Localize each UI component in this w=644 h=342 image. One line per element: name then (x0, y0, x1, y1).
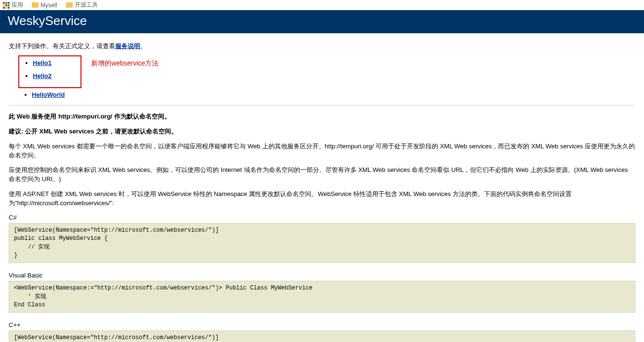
namespace-recommend-text: 建议: 公开 XML Web services 之前，请更改默认命名空间。 (9, 127, 635, 136)
code-csharp: [WebService(Namespace="http://microsoft.… (9, 223, 635, 263)
method-link-hello1[interactable]: Hello1 (33, 59, 52, 66)
bookmark-label: Myself (40, 2, 57, 9)
content-area: 支持下列操作。有关正式定义，请查看服务说明。 Hello1 Hello2 新增的… (0, 33, 644, 342)
bookmark-bar: 应用 Myself 开源工具 (0, 0, 644, 10)
method-item: HelloWorld (32, 91, 635, 98)
service-description-link[interactable]: 服务说明 (115, 42, 140, 50)
annotation-note: 新增的webservice方法 (91, 55, 159, 68)
page-title-bar: WeskyService (0, 10, 644, 33)
bookmark-label: 开源工具 (75, 1, 98, 9)
method-item: Hello2 (33, 72, 52, 79)
apps-shortcut[interactable]: 应用 (3, 1, 23, 9)
code-label-vb: Visual Basic (9, 272, 635, 279)
methods-area: Hello1 Hello2 新增的webservice方法 (9, 55, 635, 88)
code-vb: <WebService(Namespace:="http://microsoft… (9, 281, 635, 313)
method-item: Hello1 (33, 59, 52, 66)
page-title: WeskyService (8, 13, 636, 28)
method-link-helloworld[interactable]: HelloWorld (32, 91, 65, 98)
code-cpp: [WebService(Namespace="http://microsoft.… (9, 330, 635, 342)
code-label-csharp: C# (9, 214, 635, 221)
apps-label: 应用 (12, 1, 23, 9)
namespace-default-text: 此 Web 服务使用 http://tempuri.org/ 作为默认命名空间。 (9, 112, 635, 121)
namespace-explain-2: 应使用您控制的命名空间来标识 XML Web services。例如，可以使用公… (9, 166, 635, 184)
intro-pre: 支持下列操作。有关正式定义，请查看 (9, 42, 115, 50)
apps-icon (3, 2, 10, 9)
intro-post: 。 (140, 42, 147, 50)
namespace-explain-3: 使用 ASP.NET 创建 XML Web services 时，可以使用 We… (9, 190, 635, 208)
code-label-cpp: C++ (9, 321, 635, 329)
bookmark-opensource[interactable]: 开源工具 (66, 1, 98, 9)
folder-icon (32, 2, 39, 8)
new-methods-box: Hello1 Hello2 (18, 55, 81, 88)
folder-icon (66, 2, 73, 8)
namespace-explain-1: 每个 XML Web services 都需要一个唯一的命名空间，以便客户端应用… (9, 142, 635, 160)
divider (9, 105, 635, 105)
method-link-hello2[interactable]: Hello2 (33, 72, 52, 79)
intro-text: 支持下列操作。有关正式定义，请查看服务说明。 (9, 42, 635, 51)
bookmark-myself[interactable]: Myself (32, 2, 57, 9)
